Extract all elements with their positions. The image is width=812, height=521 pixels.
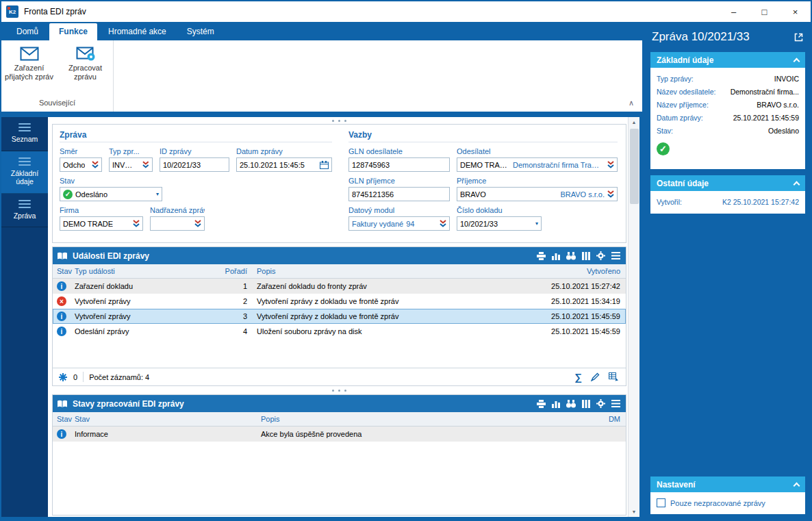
ribbon-group-souvisejici: Zařazenípřijatých zpráv Zpracovatzprávu … (1, 40, 114, 112)
firma-select[interactable]: DEMO TRADE (60, 216, 143, 231)
sidebar-item-zprava[interactable]: Zpráva (1, 194, 48, 228)
tab-domu[interactable]: Domů (7, 23, 48, 40)
print-icon[interactable] (537, 252, 546, 260)
sum-icon[interactable]: ∑ (574, 371, 582, 383)
collapse-chevron-icon (794, 58, 800, 65)
columns-icon[interactable] (582, 400, 590, 408)
info-icon: i (57, 312, 66, 321)
success-icon: ✓ (657, 142, 670, 155)
collapse-ribbon-icon[interactable]: ∧ (629, 99, 634, 107)
content-area: Zpráva Směr Odcho (48, 117, 639, 517)
field-label: ID zprávy (160, 147, 229, 155)
combo-icon (607, 190, 614, 198)
field-label: Typ zpr... (109, 147, 153, 155)
vertical-scrollbar[interactable]: ▲ ▼ (628, 117, 639, 517)
tab-funkce[interactable]: Funkce (49, 23, 97, 40)
card-header[interactable]: Základní údaje (650, 52, 805, 68)
flag-count: 0 (73, 373, 77, 381)
app-icon: K2 (6, 5, 18, 18)
prijemce-link[interactable]: BRAVO s.r.o. (560, 190, 605, 199)
book-icon (57, 400, 68, 408)
datovy-modul-select[interactable]: Faktury vydané 94 (348, 216, 450, 231)
ribbon: Zařazenípřijatých zpráv Zpracovatzprávu … (1, 40, 642, 112)
card-ostatni-udaje: Ostatní údaje Vytvořil:K2 25.10.2021 15:… (650, 175, 805, 214)
table-row[interactable]: i Informace Akce byla úspěšně provedena (53, 427, 626, 442)
field-label: Datum zprávy (236, 147, 332, 155)
zarazeni-prijatych-zprav-button[interactable]: Zařazenípřijatých zpráv (3, 44, 56, 99)
binoculars-icon[interactable] (566, 400, 576, 408)
asterisk-icon[interactable] (58, 372, 68, 382)
gear-icon[interactable] (596, 399, 605, 408)
binoculars-icon[interactable] (566, 252, 576, 260)
card-header[interactable]: Ostatní údaje (650, 175, 805, 191)
checkbox-label: Pouze nezpracované zprávy (670, 499, 765, 507)
button-label: Zařazenípřijatých zpráv (5, 64, 53, 81)
group-vazby: Vazby GLN odesílatele 128745963 (348, 127, 618, 237)
sidebar: Seznam Základníúdaje Zpráva (1, 117, 48, 517)
columns-icon[interactable] (582, 252, 590, 260)
table-row-selected[interactable]: i Vytvoření zprávy 3 Vytvoření zprávy z … (53, 309, 626, 324)
gln-prijemce-input[interactable]: 8745121356 (348, 187, 450, 201)
mail-gear-icon (76, 47, 95, 61)
table-row[interactable]: × Vytvoření zprávy 2 Vytvoření zprávy z … (53, 294, 626, 309)
list-icon (18, 157, 31, 166)
typ-zpravy-select[interactable]: INVOIC (109, 157, 153, 172)
table-row[interactable]: i Odeslání zprávy 4 Uložení souboru zprá… (53, 324, 626, 339)
edit-grid-icon[interactable] (609, 372, 619, 381)
maximize-button[interactable]: □ (749, 1, 780, 22)
odesilatel-select[interactable]: DEMO TRADE Demonstrační firma Trad... (457, 157, 618, 172)
list-icon (18, 200, 31, 208)
gear-icon[interactable] (596, 251, 605, 260)
field-label: Nadřazená zpráva (150, 206, 205, 214)
list-icon (18, 123, 31, 131)
gln-odesilatele-input[interactable]: 128745963 (348, 157, 450, 172)
combo-icon (607, 161, 614, 168)
menu-icon[interactable] (611, 400, 620, 407)
detail-row: Název odesílatele:Demonstrační firma... (657, 85, 799, 98)
sidebar-item-seznam[interactable]: Seznam (1, 117, 48, 151)
menu-icon[interactable] (611, 252, 620, 259)
smer-select[interactable]: Odcho (60, 157, 102, 172)
tab-system[interactable]: Systém (177, 23, 224, 40)
button-label: Zpracovatzprávu (68, 64, 102, 81)
tab-hromadne-akce[interactable]: Hromadné akce (99, 23, 176, 40)
expand-icon[interactable] (794, 32, 804, 42)
table-row[interactable]: i Zařazení dokladu 1 Zařazení dokladu do… (53, 279, 626, 294)
prijemce-select[interactable]: BRAVO BRAVO s.r.o. (457, 187, 618, 201)
id-zpravy-input[interactable]: 10/2021/33 (160, 157, 229, 172)
calendar-icon[interactable] (320, 161, 329, 169)
print-icon[interactable] (537, 400, 546, 408)
field-label: GLN příjemce (348, 177, 450, 185)
field-label: Firma (60, 206, 143, 214)
nadrazena-zprava-select[interactable] (150, 216, 205, 231)
stav-select[interactable]: ✓ Odesláno ▾ (60, 187, 162, 201)
events-table-header[interactable]: Stav Typ události Pořadí Popis Vytvořeno (53, 264, 626, 279)
minimize-button[interactable]: – (718, 1, 749, 22)
cislo-dokladu-select[interactable]: 10/2021/33 ▾ (457, 216, 542, 231)
book-icon (57, 252, 68, 260)
field-label: Směr (60, 147, 102, 155)
chart-icon[interactable] (552, 400, 560, 408)
zpracovat-zpravu-button[interactable]: Zpracovatzprávu (59, 44, 112, 99)
status-indicator: ✓ (657, 142, 799, 164)
close-button[interactable]: × (780, 1, 811, 22)
scroll-down-icon[interactable]: ▼ (629, 507, 639, 517)
sidebar-item-zakladni-udaje[interactable]: Základníúdaje (1, 151, 48, 194)
mail-icon (20, 47, 39, 61)
states-table-header[interactable]: Stav Stav Popis DM (53, 412, 626, 427)
datum-zpravy-input[interactable]: 25.10.2021 15:45:5 (236, 157, 332, 172)
field-label: Stav (60, 177, 162, 185)
card-header[interactable]: Nastavení (650, 476, 805, 492)
app-window: K2 Fronta EDI zpráv – □ × Domů Funkce Hr… (0, 0, 812, 521)
chart-icon[interactable] (552, 252, 560, 260)
splitter-handle[interactable] (52, 117, 626, 124)
edit-icon[interactable] (591, 372, 600, 381)
combo-icon (440, 220, 446, 227)
scroll-up-icon[interactable]: ▲ (629, 117, 639, 127)
splitter-handle[interactable] (52, 386, 626, 394)
field-label: Odesílatel (457, 147, 618, 155)
ribbon-tab-bar: Domů Funkce Hromadné akce Systém (1, 22, 642, 40)
pouze-nezpracovane-checkbox[interactable] (657, 498, 665, 507)
info-icon: i (57, 429, 66, 439)
scrollbar-thumb[interactable] (630, 129, 639, 204)
